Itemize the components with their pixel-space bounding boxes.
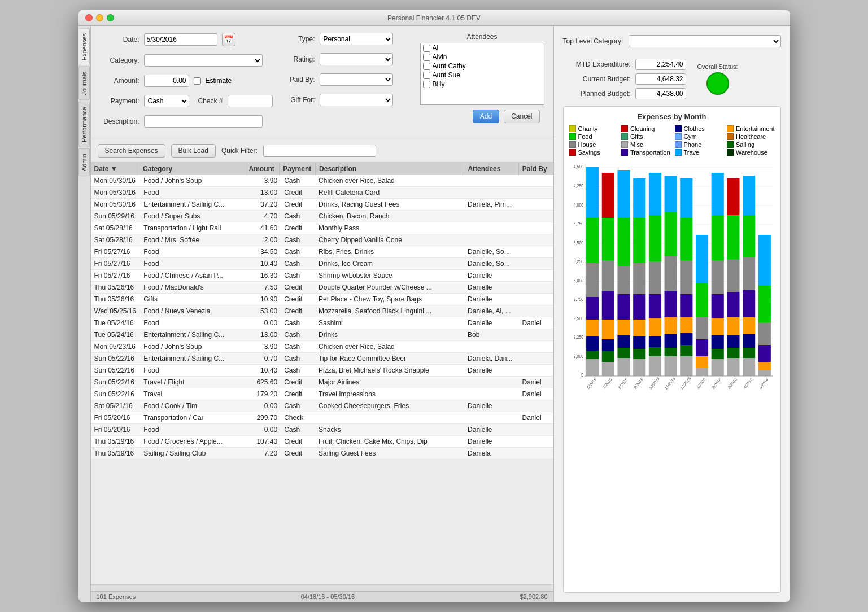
quick-filter-input[interactable] xyxy=(263,145,376,157)
table-row[interactable]: Mon 05/30/16 Food 13.00 Credit Refill Ca… xyxy=(91,187,553,199)
col-header-paid-by[interactable]: Paid By xyxy=(518,163,553,175)
svg-rect-29 xyxy=(586,336,599,351)
attendee-aunt-sue-checkbox[interactable] xyxy=(423,72,430,79)
table-row[interactable]: Mon 05/30/16 Entertainment / Sailing C..… xyxy=(91,199,553,211)
col-header-date[interactable]: Date ▼ xyxy=(91,163,139,175)
date-input[interactable] xyxy=(144,33,217,46)
table-row[interactable]: Sun 05/22/16 Travel / Flight 625.60 Cred… xyxy=(91,377,553,388)
svg-rect-71 xyxy=(664,256,677,291)
attendee-alvin-checkbox[interactable] xyxy=(423,54,430,61)
calendar-button[interactable]: 📅 xyxy=(222,33,235,46)
table-row[interactable]: Sat 05/28/16 Transportation / Light Rail… xyxy=(91,222,553,234)
table-row[interactable]: Fri 05/27/16 Food 10.40 Cash Drinks, Ice… xyxy=(91,258,553,270)
table-row[interactable]: Mon 05/23/16 Food / John's Soup 3.90 Cas… xyxy=(91,341,553,353)
table-row[interactable]: Sat 05/28/16 Food / Mrs. Softee 2.00 Cas… xyxy=(91,234,553,246)
legend-entertainment-label: Entertainment xyxy=(736,125,774,132)
top-level-category-select[interactable] xyxy=(629,35,780,47)
sidebar-tab-performance[interactable]: Performance xyxy=(78,102,90,147)
legend-food-color xyxy=(569,133,576,140)
cell-payment: Credit xyxy=(281,282,315,294)
svg-rect-72 xyxy=(664,291,677,317)
mtd-input[interactable] xyxy=(635,59,686,70)
type-select[interactable]: Personal xyxy=(320,33,393,45)
bulk-load-button[interactable]: Bulk Load xyxy=(171,144,216,158)
table-row[interactable]: Thu 05/26/16 Food / MacDonald's 7.50 Cre… xyxy=(91,282,553,294)
table-row[interactable]: Fri 05/20/16 Transportation / Car 299.70… xyxy=(91,412,553,424)
check-input[interactable] xyxy=(228,95,273,107)
bar-chart-svg: 4,500 4,250 4,000 3,750 3,500 3,250 3,00… xyxy=(569,161,775,399)
estimate-checkbox[interactable] xyxy=(194,77,201,85)
cell-paid-by xyxy=(519,294,553,305)
cell-category: Food / Mrs. Softee xyxy=(140,234,246,246)
amount-input[interactable] xyxy=(144,75,189,87)
table-row[interactable]: Sun 05/29/16 Food / Super Subs 4.70 Cash… xyxy=(91,211,553,222)
table-row[interactable]: Fri 05/27/16 Food / Chinese / Asian P...… xyxy=(91,270,553,282)
table-row[interactable]: Fri 05/27/16 Food 34.50 Cash Ribs, Fries… xyxy=(91,246,553,258)
attendee-aunt-cathy-checkbox[interactable] xyxy=(423,63,430,70)
cell-date: Fri 05/27/16 xyxy=(91,258,141,270)
current-budget-input[interactable] xyxy=(635,73,686,85)
description-input[interactable] xyxy=(144,115,263,128)
svg-rect-104 xyxy=(727,215,739,259)
legend-gifts-label: Gifts xyxy=(630,133,643,140)
table-row[interactable]: Wed 05/25/16 Food / Nueva Venezia 53.00 … xyxy=(91,305,553,317)
table-row[interactable]: Thu 05/26/16 Gifts 10.90 Credit Pet Plac… xyxy=(91,294,553,305)
minimize-button[interactable] xyxy=(96,14,103,21)
cell-amount: 53.00 xyxy=(246,305,281,317)
table-row[interactable]: Sat 05/21/16 Food / Cook / Tim 0.00 Cash… xyxy=(91,400,553,412)
cell-payment: Cash xyxy=(281,270,315,282)
svg-rect-101 xyxy=(711,359,723,376)
svg-text:3,750: 3,750 xyxy=(573,221,583,226)
svg-rect-89 xyxy=(695,317,708,339)
attendee-billy-checkbox[interactable] xyxy=(423,81,430,88)
svg-text:3/2016: 3/2016 xyxy=(727,377,738,390)
category-select[interactable] xyxy=(144,54,263,67)
sidebar-tab-journals[interactable]: Journals xyxy=(78,67,90,100)
svg-rect-70 xyxy=(664,212,677,256)
table-row[interactable]: Sun 05/22/16 Travel 179.20 Credit Travel… xyxy=(91,388,553,400)
table-row[interactable]: Mon 05/30/16 Food / John's Soup 3.90 Cas… xyxy=(91,175,553,187)
table-row[interactable]: Thu 05/19/16 Sailing / Sailing Club 7.20… xyxy=(91,448,553,460)
cell-payment: Cash xyxy=(281,246,315,258)
svg-rect-30 xyxy=(586,351,599,359)
close-button[interactable] xyxy=(85,14,93,21)
attendee-al-checkbox[interactable] xyxy=(423,45,430,52)
table-row[interactable]: Thu 05/19/16 Food / Groceries / Apple...… xyxy=(91,436,553,448)
cell-date: Sun 05/22/16 xyxy=(91,365,141,377)
col-header-category[interactable]: Category xyxy=(139,163,245,175)
attendees-label: Attendees xyxy=(420,33,544,41)
payment-row: Payment: Cash Credit Check Check # xyxy=(100,95,278,107)
cancel-button[interactable]: Cancel xyxy=(504,110,539,123)
planned-budget-input[interactable] xyxy=(635,88,686,99)
cell-date: Mon 05/30/16 xyxy=(91,199,141,211)
sidebar-tab-expenses[interactable]: Expenses xyxy=(78,28,90,65)
col-header-amount[interactable]: Amount xyxy=(245,163,280,175)
add-button[interactable]: Add xyxy=(473,110,499,123)
col-header-attendees[interactable]: Attendees xyxy=(464,163,518,175)
payment-select[interactable]: Cash Credit Check xyxy=(144,95,189,107)
svg-rect-80 xyxy=(680,260,692,294)
col-header-description[interactable]: Description xyxy=(316,163,464,175)
maximize-button[interactable] xyxy=(107,14,114,21)
col-header-payment[interactable]: Payment xyxy=(280,163,316,175)
horizontal-scrollbar[interactable] xyxy=(91,584,553,591)
table-row[interactable]: Tue 05/24/16 Food 0.00 Cash Sashimi Dani… xyxy=(91,317,553,329)
overall-status-label: Overall Status: xyxy=(697,63,738,70)
table-row[interactable]: Tue 05/24/16 Entertainment / Sailing C..… xyxy=(91,329,553,341)
cell-description: Double Quarter Pounder w/Cheese ... xyxy=(315,282,464,294)
category-row: Category: xyxy=(100,54,278,67)
sidebar-tab-admin[interactable]: Admin xyxy=(78,148,90,176)
cell-description: Monthly Pass xyxy=(315,222,464,234)
svg-rect-24 xyxy=(586,167,599,218)
table-row[interactable]: Sun 05/22/16 Food 10.40 Cash Pizza, Bret… xyxy=(91,365,553,377)
table-row[interactable]: Fri 05/20/16 Food 0.00 Cash Snacks Danie… xyxy=(91,424,553,436)
table-scroll[interactable]: Mon 05/30/16 Food / John's Soup 3.90 Cas… xyxy=(91,175,553,584)
attendee-billy-name: Billy xyxy=(433,80,445,88)
legend-savings: Savings xyxy=(569,149,617,156)
table-row[interactable]: Sun 05/22/16 Entertainment / Sailing C..… xyxy=(91,353,553,365)
rating-select[interactable] xyxy=(320,53,393,65)
paid-by-select[interactable] xyxy=(320,73,393,86)
search-expenses-button[interactable]: Search Expenses xyxy=(98,144,165,158)
gift-for-select[interactable] xyxy=(320,94,393,106)
cell-paid-by xyxy=(519,258,553,270)
